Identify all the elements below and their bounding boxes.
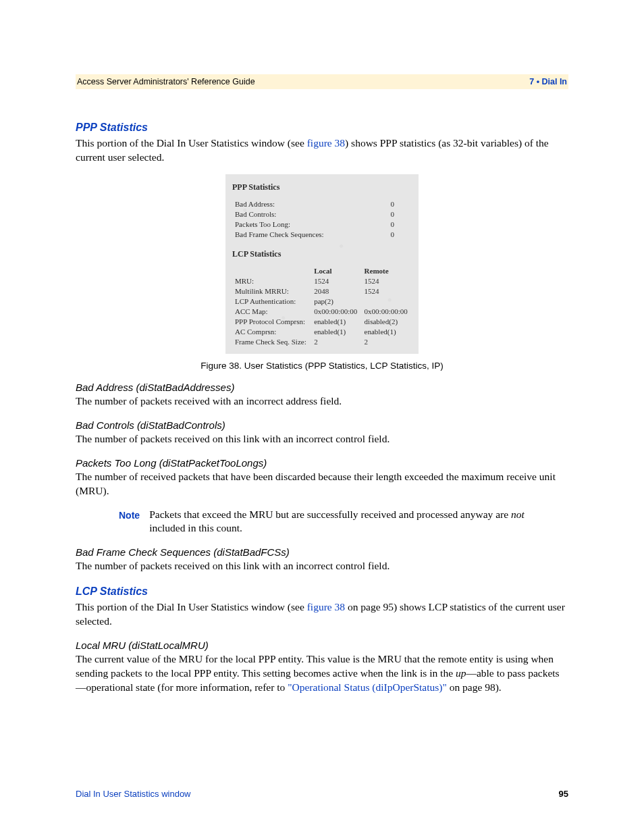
text: Packets that exceed the MRU but are succ… — [149, 509, 511, 520]
bad-controls-text: The number of packets received on this l… — [76, 432, 568, 446]
running-header: Access Server Administrators' Reference … — [76, 74, 568, 89]
table-row: Multilink MRRU:20481524 — [232, 286, 412, 296]
figure-ppp-table: Bad Address:0 Bad Controls:0 Packets Too… — [232, 199, 412, 240]
table-row: Local Remote — [232, 266, 412, 276]
lcp-statistics-intro: This portion of the Dial In User Statist… — [76, 600, 568, 629]
table-row: LCP Authentication:pap(2) — [232, 296, 412, 307]
table-row: AC Comprsn:enabled(1)enabled(1) — [232, 327, 412, 337]
header-guide-title: Access Server Administrators' Reference … — [77, 77, 255, 86]
figure-38-image: PPP Statistics Bad Address:0 Bad Control… — [225, 174, 419, 354]
text: This portion of the Dial In User Statist… — [76, 601, 307, 613]
footer-page-number: 95 — [559, 789, 568, 799]
figure-38: PPP Statistics Bad Address:0 Bad Control… — [76, 174, 568, 371]
bad-address-heading: Bad Address (diStatBadAddresses) — [76, 382, 568, 393]
text: on page 98). — [447, 681, 502, 693]
table-row: Frame Check Seq. Size:22 — [232, 337, 412, 347]
figure-38-link[interactable]: figure 38 — [307, 137, 345, 149]
figure-38-link-2[interactable]: figure 38 — [307, 601, 345, 613]
figure-38-caption: Figure 38. User Statistics (PPP Statisti… — [76, 361, 568, 371]
packets-too-long-heading: Packets Too Long (diStatPacketTooLongs) — [76, 457, 568, 469]
table-row: Bad Frame Check Sequences:0 — [232, 230, 412, 240]
bad-fcs-text: The number of packets received on this l… — [76, 559, 568, 573]
bad-address-text: The number of packets received with an i… — [76, 394, 568, 409]
table-row: MRU:15241524 — [232, 276, 412, 286]
bad-fcs-heading: Bad Frame Check Sequences (diStatBadFCSs… — [76, 546, 568, 558]
bad-controls-heading: Bad Controls (diStatBadControls) — [76, 419, 568, 431]
section-lcp-statistics-heading: LCP Statistics — [76, 585, 568, 598]
table-row: PPP Protocol Comprsn:enabled(1)disabled(… — [232, 317, 412, 327]
table-row: Bad Address:0 — [232, 199, 412, 209]
oper-status-link[interactable]: "Operational Status (diIpOperStatus)" — [288, 681, 447, 693]
figure-ppp-title: PPP Statistics — [232, 182, 412, 192]
figure-lcp-table: Local Remote MRU:15241524 Multilink MRRU… — [232, 266, 412, 347]
table-row: ACC Map:0x00:00:00:000x00:00:00:00 — [232, 307, 412, 317]
table-row: Packets Too Long:0 — [232, 219, 412, 230]
ppp-statistics-intro: This portion of the Dial In User Statist… — [76, 136, 568, 165]
note-block: Note Packets that exceed the MRU but are… — [119, 508, 531, 536]
page-footer: Dial In User Statistics window 95 — [76, 789, 568, 799]
note-ital: not — [511, 509, 525, 520]
figure-lcp-title: LCP Statistics — [232, 249, 412, 259]
local-mru-text: The current value of the MRU for the loc… — [76, 652, 568, 695]
note-label: Note — [119, 508, 140, 536]
table-row: Bad Controls:0 — [232, 209, 412, 219]
footer-section-title: Dial In User Statistics window — [76, 789, 191, 799]
local-mru-heading: Local MRU (diStatLocalMRU) — [76, 640, 568, 651]
header-chapter: 7 • Dial In — [529, 77, 567, 86]
packets-too-long-text: The number of received packets that have… — [76, 470, 568, 498]
text: included in this count. — [149, 522, 242, 533]
up-ital: up — [456, 667, 466, 679]
note-text: Packets that exceed the MRU but are succ… — [149, 508, 531, 536]
section-ppp-statistics-heading: PPP Statistics — [76, 122, 568, 134]
text: This portion of the Dial In User Statist… — [76, 137, 307, 149]
